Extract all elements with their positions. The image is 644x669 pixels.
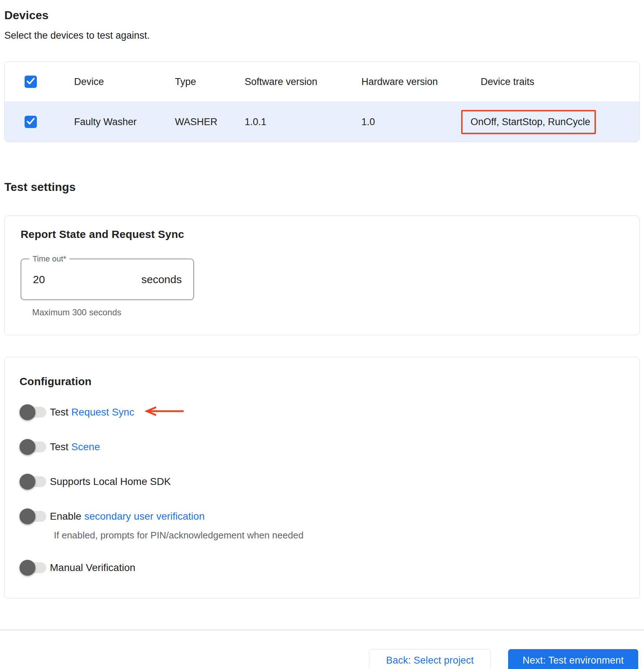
test-request-sync-toggle[interactable] — [20, 404, 46, 420]
devices-table: Device Type Software version Hardware ve… — [4, 61, 640, 142]
footer-divider — [0, 630, 644, 630]
request-sync-link[interactable]: Request Sync — [71, 406, 134, 418]
secondary-user-verification-toggle[interactable] — [20, 508, 46, 524]
toggle-row-secondary-user-verification: Enable secondary user verification If en… — [20, 508, 623, 541]
cell-software-version: 1.0.1 — [245, 116, 361, 128]
back-select-project-button[interactable]: Back: Select project — [369, 649, 491, 669]
timeout-unit-label: seconds — [141, 273, 182, 286]
page-title: Devices — [4, 9, 644, 22]
toggle-row-test-request-sync: Test Request Sync — [20, 404, 623, 420]
configuration-card: Configuration Test Request Sync — [4, 357, 640, 598]
devices-table-header-row: Device Type Software version Hardware ve… — [5, 62, 639, 102]
header-checkbox-cell — [5, 76, 74, 88]
next-test-environment-button[interactable]: Next: Test environment — [508, 649, 638, 669]
toggle-thumb — [20, 508, 35, 524]
column-header-device-traits: Device traits — [471, 76, 639, 88]
toggle-label-text: Test — [50, 406, 68, 418]
select-all-checkbox[interactable] — [25, 76, 37, 88]
toggle-label-text: Supports Local Home SDK — [50, 476, 171, 487]
timeout-field-label: Time out* — [29, 254, 69, 264]
checkmark-icon — [26, 76, 35, 87]
device-traits-value: OnOff, StartStop, RunCycle — [471, 116, 590, 127]
report-state-card-title: Report State and Request Sync — [21, 228, 623, 240]
cell-device-name: Faulty Washer — [74, 116, 175, 128]
timeout-helper-text: Maximum 300 seconds — [32, 307, 623, 318]
toggle-thumb — [20, 439, 35, 455]
report-state-card: Report State and Request Sync Time out* … — [4, 216, 640, 335]
toggle-thumb — [20, 560, 35, 576]
column-header-hardware-version: Hardware version — [361, 76, 471, 88]
column-header-software-version: Software version — [245, 76, 361, 88]
red-highlight-box: OnOff, StartStop, RunCycle — [461, 110, 596, 134]
page-subtitle: Select the devices to test against. — [4, 30, 644, 41]
cell-device-traits: OnOff, StartStop, RunCycle — [471, 110, 639, 134]
manual-verification-toggle[interactable] — [20, 560, 46, 576]
toggle-thumb — [20, 474, 35, 490]
checkmark-icon — [26, 116, 35, 127]
timeout-field: Time out* seconds — [21, 259, 194, 300]
toggle-label-text: Enable — [50, 511, 81, 522]
secondary-user-verification-caption: If enabled, prompts for PIN/acknowledgem… — [54, 530, 623, 541]
footer-actions: Back: Select project Next: Test environm… — [0, 649, 644, 669]
timeout-input[interactable] — [33, 273, 112, 286]
toggle-label-text: Test — [50, 441, 68, 453]
cell-hardware-version: 1.0 — [361, 116, 471, 128]
column-header-type: Type — [175, 76, 245, 88]
toggle-row-test-scene: Test Scene — [20, 439, 623, 455]
secondary-user-verification-link[interactable]: secondary user verification — [84, 511, 205, 522]
device-row-checkbox[interactable] — [25, 116, 37, 128]
row-checkbox-cell — [5, 116, 74, 128]
supports-local-home-sdk-toggle[interactable] — [20, 474, 46, 490]
test-settings-heading: Test settings — [4, 180, 644, 194]
toggle-thumb — [20, 404, 35, 420]
toggle-row-manual-verification: Manual Verification — [20, 560, 623, 576]
toggle-row-local-home-sdk: Supports Local Home SDK — [20, 474, 623, 490]
scene-link[interactable]: Scene — [71, 441, 100, 453]
configuration-card-title: Configuration — [20, 375, 623, 388]
device-table-row: Faulty Washer WASHER 1.0.1 1.0 OnOff, St… — [5, 102, 639, 142]
test-scene-toggle[interactable] — [20, 439, 46, 455]
red-arrow-icon — [143, 406, 185, 419]
toggle-label-text: Manual Verification — [50, 562, 136, 574]
cell-device-type: WASHER — [175, 116, 245, 128]
column-header-device: Device — [74, 76, 175, 88]
